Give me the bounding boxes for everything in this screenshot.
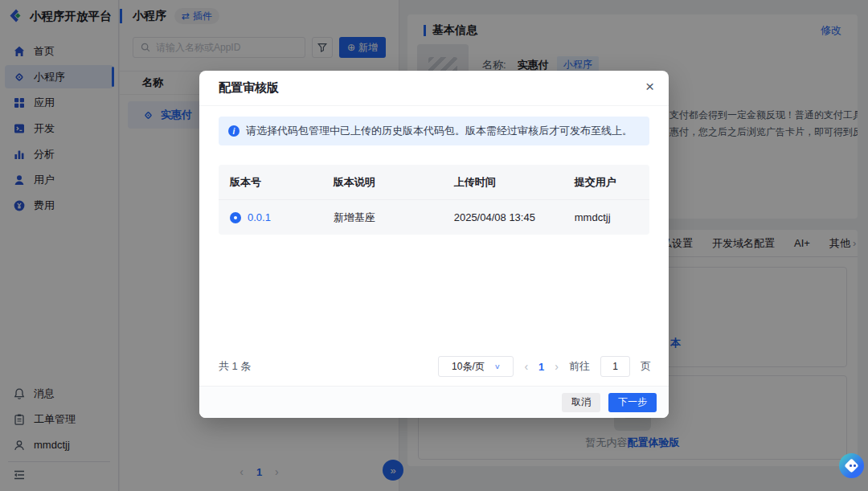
modal-footer: 取消 下一步	[199, 386, 669, 418]
column-version: 版本号	[219, 175, 322, 190]
version-description: 新增基座	[322, 211, 443, 225]
current-page[interactable]: 1	[538, 361, 544, 373]
prev-page-icon[interactable]: ‹	[524, 360, 528, 373]
table-header-row: 版本号 版本说明 上传时间 提交用户	[219, 165, 649, 200]
modal-pagination: 共 1 条 10条/页 ∨ ‹ 1 › 前往 页	[219, 356, 651, 377]
pagination-controls: 10条/页 ∨ ‹ 1 › 前往 页	[438, 356, 651, 377]
modal-header: 配置审核版 ×	[199, 71, 669, 106]
total-count: 共 1 条	[219, 359, 251, 374]
column-description: 版本说明	[322, 175, 443, 190]
version-table: 版本号 版本说明 上传时间 提交用户 0.0.1 新增基座 2025/04/08…	[219, 165, 649, 235]
next-page-icon[interactable]: ›	[555, 360, 559, 373]
cancel-button[interactable]: 取消	[562, 393, 600, 412]
goto-label: 前往	[569, 359, 590, 374]
info-icon: i	[228, 125, 240, 137]
configure-review-modal: 配置审核版 × i 请选择代码包管理中已上传的历史版本代码包。版本需经过审核后才…	[199, 71, 669, 418]
info-banner: i 请选择代码包管理中已上传的历史版本代码包。版本需经过审核后才可发布至线上。	[219, 117, 649, 145]
goto-page-input[interactable]	[600, 356, 630, 377]
upload-time: 2025/04/08 13:45	[443, 211, 563, 223]
page-size-value: 10条/页	[452, 360, 485, 374]
modal-title: 配置审核版	[219, 80, 279, 96]
table-row[interactable]: 0.0.1 新增基座 2025/04/08 13:45 mmdctjj	[219, 200, 649, 235]
assistant-chat-button[interactable]	[839, 453, 864, 478]
close-icon[interactable]: ×	[645, 79, 654, 94]
chevron-down-icon: ∨	[494, 362, 501, 370]
version-value: 0.0.1	[248, 211, 271, 223]
version-radio-selected[interactable]	[230, 212, 241, 223]
page-unit-label: 页	[641, 359, 651, 374]
submitter: mmdctjj	[563, 211, 649, 223]
info-banner-text: 请选择代码包管理中已上传的历史版本代码包。版本需经过审核后才可发布至线上。	[246, 124, 633, 138]
column-upload-time: 上传时间	[443, 175, 563, 190]
app-screen: 小程序开放平台 首页 小程序 应用 开发 分析	[0, 0, 868, 491]
next-step-button[interactable]: 下一步	[608, 393, 657, 412]
page-size-select[interactable]: 10条/页 ∨	[438, 356, 514, 377]
column-submitter: 提交用户	[563, 175, 649, 190]
